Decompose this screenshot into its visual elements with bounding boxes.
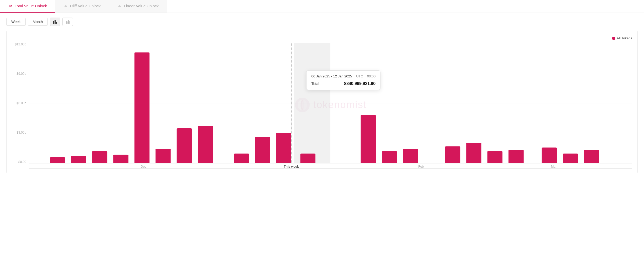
week-button[interactable]: Week: [6, 18, 26, 26]
x-label-thisweek: This week: [284, 165, 299, 168]
bar-chart-icon: [53, 19, 57, 24]
svg-rect-6: [66, 21, 67, 24]
svg-rect-4: [55, 20, 56, 24]
y-label-1: $0.00: [12, 160, 29, 163]
bar-13: [382, 151, 397, 163]
bar-19: [542, 147, 557, 163]
y-label-2: $3.00b: [12, 131, 29, 134]
tab-cliff-label: Cliff Value Unlock: [70, 4, 101, 8]
x-label-mar: Mar: [551, 165, 557, 168]
legend-all-tokens: All Tokens: [612, 36, 632, 40]
chart-area-icon: [8, 4, 13, 8]
tab-total-label: Total Value Unlock: [15, 4, 47, 8]
bar-2: [92, 151, 108, 163]
svg-rect-5: [56, 22, 57, 24]
y-label-5: $12.00b: [12, 43, 29, 46]
tab-bar: Total Value Unlock Cliff Value Unlock Li…: [0, 0, 644, 13]
tab-cliff-value-unlock[interactable]: Cliff Value Unlock: [55, 0, 109, 13]
tab-linear-label: Linear Value Unlock: [124, 4, 159, 8]
y-label-3: $6.00b: [12, 102, 29, 105]
linear-icon: [117, 4, 122, 8]
bar-15: [445, 146, 460, 163]
grouped-bar-icon: [65, 19, 70, 24]
cliff-icon: [64, 4, 68, 8]
legend-label: All Tokens: [617, 36, 632, 40]
svg-rect-8: [68, 20, 69, 24]
tab-total-value-unlock[interactable]: Total Value Unlock: [0, 0, 55, 13]
bar-8: [234, 154, 249, 163]
chart-area: $12.00b $9.00b $6.00b $3.00b $0.00: [12, 43, 632, 169]
bar-10: [276, 133, 291, 163]
bar-4: [135, 52, 150, 163]
app-container: Total Value Unlock Cliff Value Unlock Li…: [0, 0, 644, 280]
bar-5: [155, 149, 171, 163]
bar-14: [403, 149, 418, 163]
svg-marker-1: [64, 5, 68, 7]
bar-12: [361, 115, 376, 163]
bar-18: [508, 150, 524, 163]
y-label-4: $9.00b: [12, 72, 29, 75]
svg-rect-3: [53, 21, 54, 24]
grouped-bar-button[interactable]: [62, 18, 73, 26]
bar-1: [71, 156, 86, 163]
legend-row: All Tokens: [12, 36, 632, 40]
bar-20: [563, 154, 578, 163]
month-button[interactable]: Month: [28, 18, 48, 26]
chart-wrapper: All Tokens $12.00b $9.00b $6.00b $3.00b …: [6, 31, 638, 173]
svg-marker-2: [118, 5, 121, 7]
bars-svg: [29, 43, 632, 163]
bar-3: [113, 155, 128, 163]
bar-7: [198, 126, 213, 163]
bar-16: [466, 143, 481, 163]
chart-inner: $12.00b $9.00b $6.00b $3.00b $0.00: [12, 43, 632, 169]
bar-6: [177, 128, 192, 163]
x-axis: Dec This week Feb Mar: [29, 163, 632, 168]
x-label-feb: Feb: [418, 165, 424, 168]
bar-17: [487, 151, 503, 163]
svg-rect-9: [69, 21, 70, 24]
bar-chart-button[interactable]: [50, 18, 60, 26]
controls-row: Week Month: [0, 13, 644, 31]
bar-0: [50, 157, 65, 163]
x-label-dec: Dec: [141, 165, 146, 168]
y-axis: $12.00b $9.00b $6.00b $3.00b $0.00: [12, 43, 29, 169]
grid-line-5: [29, 163, 632, 163]
tab-linear-value-unlock[interactable]: Linear Value Unlock: [109, 0, 167, 13]
svg-rect-7: [67, 22, 68, 24]
bar-9: [255, 137, 270, 163]
legend-dot: [612, 37, 615, 40]
bar-11: [300, 154, 315, 163]
bar-21: [584, 150, 599, 163]
chart-plot: tokenomist Dec This week Feb: [29, 43, 632, 169]
